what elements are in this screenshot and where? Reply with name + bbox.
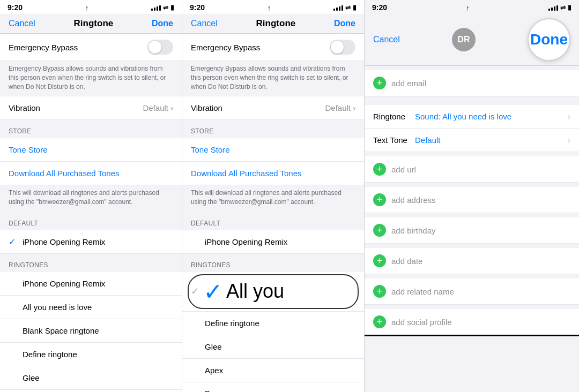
vibration-label-1: Vibration [9,103,40,112]
sep-7 [365,274,579,278]
add-url-row[interactable]: + add url [365,156,579,183]
text-tone-row[interactable]: Text Tone Default › [365,129,579,152]
add-date-row[interactable]: + add date [365,248,579,274]
ringtones-header-1: RINGTONES [0,254,182,272]
add-email-row[interactable]: + add email [365,70,579,96]
nav-title-1: Ringtone [74,18,114,29]
status-bar-2: 9:20 ↑ ⇌ ▮ [182,0,364,14]
add-social-profile-icon: + [373,315,386,328]
wifi-icon-3: ⇌ [560,4,566,11]
emergency-desc-1: Emergency Bypass allows sounds and vibra… [0,61,182,96]
wifi-icon-1: ⇌ [163,4,168,11]
ringtone-value: Sound: All you need is love [415,112,568,121]
add-address-icon: + [373,193,386,206]
vibration-row-1[interactable]: Vibration Default › [0,96,182,120]
download-tones-label-2: Download All Purchased Tones [191,169,302,178]
vibration-section-1: Vibration Default › [0,96,182,120]
emergency-bypass-row-1: Emergency Bypass [0,34,182,61]
status-icons-2: ⇌ ▮ [333,4,357,11]
add-birthday-label: add birthday [391,226,436,235]
download-desc-2: This will download all ringtones and ale… [182,185,364,212]
add-date-icon: + [373,254,386,267]
emergency-section-2: Emergency Bypass [182,34,364,61]
add-related-name-icon: + [373,285,386,298]
add-url-label: add url [391,165,416,174]
arrow-icon-3: ↑ [466,4,470,12]
add-email-icon: + [373,77,386,89]
ringtone-setting-row[interactable]: Ringtone Sound: All you need is love › [365,105,579,129]
default-section-2: ✓ iPhone Opening Remix [182,230,364,254]
status-bar-1: 9:20 ↑ ⇌ ▮ [0,0,182,14]
default-item-1[interactable]: ✓ iPhone Opening Remix [0,230,182,254]
nav-title-2: Ringtone [256,18,296,29]
sep-5 [365,213,579,217]
store-section-2: Tone Store Download All Purchased Tones [182,138,364,185]
list-item-r2-0[interactable]: ✓ Define ringtone [182,312,364,335]
checkmark-small-icon: ✓ [191,285,199,297]
panel-2: 9:20 ↑ ⇌ ▮ Cancel Ringtone Done Emergenc… [182,0,365,392]
list-item-r1-5[interactable]: ✓ Apex [0,390,182,392]
list-item-r1-4[interactable]: ✓ Glee [0,366,182,390]
wifi-icon-2: ⇌ [345,4,351,11]
list-item-r2-2[interactable]: ✓ Apex [182,359,364,382]
time-2: 9:20 [190,3,205,12]
nav-bar-2: Cancel Ringtone Done [182,14,364,34]
list-item-r1-2[interactable]: ✓ Blank Space ringtone [0,319,182,343]
contact-nav-bar: Cancel DR Done [365,14,579,66]
add-email-label: add email [391,79,426,88]
tone-store-row-2[interactable]: Tone Store [182,138,364,162]
tone-store-label-1: Tone Store [9,145,48,154]
done-button-2[interactable]: Done [334,19,355,28]
add-social-profile-row[interactable]: + add social profile [365,309,579,336]
sep-6 [365,244,579,248]
list-item-r1-0[interactable]: ✓ iPhone Opening Remix [0,272,182,296]
cancel-button-2[interactable]: Cancel [191,19,218,28]
download-tones-label-1: Download All Purchased Tones [9,169,120,178]
cancel-button-3[interactable]: Cancel [373,35,400,44]
checkmark-big-icon: ✓ [203,278,223,305]
tone-store-label-2: Tone Store [191,145,230,154]
ringtones-header-2: RINGTONES [182,254,364,272]
add-address-row[interactable]: + add address [365,187,579,213]
done-button-1[interactable]: Done [152,19,173,28]
nav-bar-1: Cancel Ringtone Done [0,14,182,34]
list-item-r2-3[interactable]: ✓ Beacon [182,382,364,392]
tone-store-row-1[interactable]: Tone Store [0,138,182,162]
done-button-3[interactable]: Done [528,18,570,61]
zoomed-ringtone-item[interactable]: ✓ ✓ All you [182,272,364,312]
status-icons-3: ⇌ ▮ [548,4,571,11]
zoomed-text: All you [226,280,284,303]
download-tones-row-1[interactable]: Download All Purchased Tones [0,162,182,185]
list-item-r2-1[interactable]: ✓ Glee [182,335,364,359]
add-birthday-icon: + [373,224,386,237]
sep-3 [365,152,579,156]
add-related-name-row[interactable]: + add related name [365,278,579,305]
signal-bars-1 [151,4,161,11]
cancel-button-1[interactable]: Cancel [9,19,35,28]
ringtones-section-2: ✓ ✓ All you ✓ Define ringtone ✓ Glee ✓ A… [182,272,364,392]
add-date-label: add date [391,257,422,266]
scroll-content-1: Emergency Bypass Emergency Bypass allows… [0,34,182,392]
ringtone-chevron-icon: › [568,112,570,122]
emergency-bypass-toggle-1[interactable] [147,40,173,55]
list-item-r1-1[interactable]: ✓ All you need is love [0,296,182,319]
default-header-2: DEFAULT [182,212,364,230]
avatar: DR [452,28,476,51]
vibration-label-2: Vibration [191,103,222,112]
emergency-bypass-label-2: Emergency Bypass [191,43,260,52]
text-tone-value: Default [415,135,568,145]
time-1: 9:20 [8,3,23,12]
store-header-2: STORE [182,120,364,138]
emergency-bypass-toggle-2[interactable] [330,40,355,55]
checkmark-icon-1: ✓ [9,237,17,247]
vibration-row-2[interactable]: Vibration Default › [182,96,364,120]
download-tones-row-2[interactable]: Download All Purchased Tones [182,162,364,185]
sep-8 [365,305,579,309]
scroll-content-2: Emergency Bypass Emergency Bypass allows… [182,34,364,392]
list-item-r1-3[interactable]: ✓ Define ringtone [0,343,182,366]
text-tone-chevron-icon: › [568,135,570,145]
add-birthday-row[interactable]: + add birthday [365,217,579,244]
sep-1 [365,66,579,70]
chevron-icon-v2: › [353,103,355,112]
default-item-2[interactable]: ✓ iPhone Opening Remix [182,230,364,254]
